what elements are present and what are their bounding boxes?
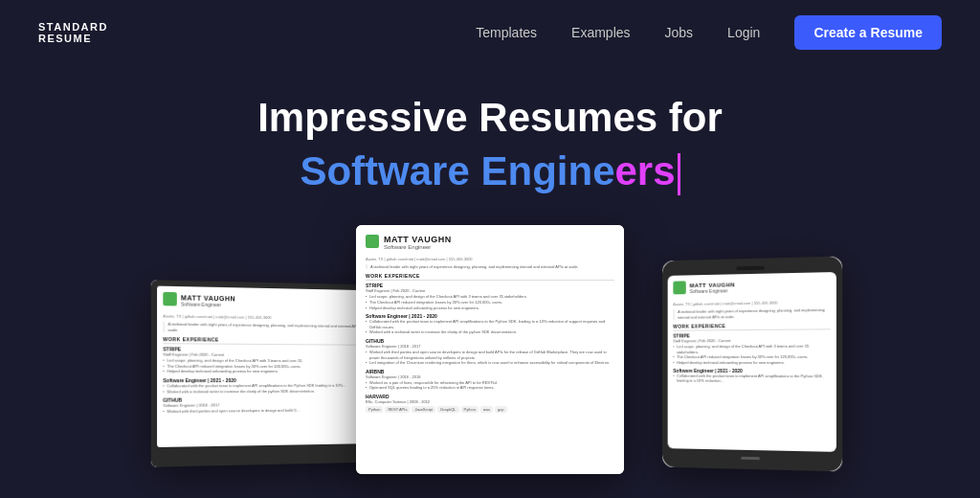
nav-templates[interactable]: Templates — [476, 25, 537, 40]
skill-6: aws — [480, 406, 493, 413]
logo-line1: STANDARD — [38, 21, 108, 33]
resume-accent-center — [366, 235, 379, 248]
bullet-g2: Led integration of the Chromium renderin… — [366, 360, 614, 366]
resume-name-center: MATT VAUGHN — [384, 235, 452, 244]
hero-section: Impressive Resumes for Software Engineer… — [0, 65, 980, 215]
laptop-screen: MATT VAUGHN Software Engineer Austin, TX… — [157, 285, 373, 446]
navbar: STANDARD RESUME Templates Examples Jobs … — [0, 0, 980, 65]
phone-screen: MATT VAUGHN Software Engineer Austin, TX… — [668, 272, 836, 452]
bullet-6-left: Worked with third parties and open sourc… — [163, 407, 368, 415]
resume-summary-phone: A technical leader with eight years of e… — [673, 307, 830, 320]
degree-harvard-center: BSc, Computer Science | 2008 - 2012 — [366, 399, 614, 404]
hero-subtitle-blue: Software Engine — [300, 148, 614, 193]
bullet-p3: Helped develop technical onboarding proc… — [673, 360, 830, 366]
work-exp-phone: WORK EXPERIENCE — [673, 322, 830, 330]
position-github-center: Software Engineer | 2018 - 2017 — [366, 344, 614, 349]
bullet-5-left: Worked with a technical writer to increa… — [163, 388, 368, 395]
mockup-center: MATT VAUGHN Software Engineer Austin, TX… — [356, 225, 624, 474]
mockups-section: MATT VAUGHN Software Engineer Austin, TX… — [0, 215, 980, 484]
hero-subtitle: Software Engineers — [38, 147, 942, 195]
phone-notch — [736, 265, 765, 270]
resume-title-center: Software Engineer — [384, 244, 452, 250]
work-exp-center: WORK EXPERIENCE — [366, 273, 614, 281]
skill-7: gcp — [495, 406, 506, 413]
work-exp-label-left: WORK EXPERIENCE — [163, 336, 368, 346]
bullet-sw2: Worked with a technical writer to increa… — [366, 329, 614, 335]
resume-contact-phone: Austin, TX | github.com/matt | matt@emai… — [673, 299, 830, 306]
nav-examples[interactable]: Examples — [571, 25, 630, 40]
nav-login[interactable]: Login — [727, 25, 760, 40]
resume-summary-center: A technical leader with eight years of e… — [366, 264, 614, 270]
nav-links: Templates Examples Jobs Login Create a R… — [476, 15, 942, 50]
nav-jobs[interactable]: Jobs — [665, 25, 694, 40]
resume-contact-left: Austin, TX | github.com/matt | matt@emai… — [163, 313, 368, 321]
position-stripe-left: Staff Engineer | Feb 2020 - Current — [163, 351, 368, 357]
laptop-frame: MATT VAUGHN Software Engineer Austin, TX… — [151, 280, 379, 466]
resume-accent-phone — [673, 281, 685, 294]
phone-frame: MATT VAUGHN Software Engineer Austin, TX… — [662, 256, 842, 471]
skills-center: Python REST APIs JavaScript GraphQL Pyth… — [366, 406, 614, 413]
skill-3: JavaScript — [412, 406, 435, 413]
skill-1: Python — [366, 406, 383, 413]
logo: STANDARD RESUME — [38, 21, 108, 44]
resume-accent-left — [163, 292, 177, 306]
hero-subtitle-pink: ers — [615, 148, 676, 193]
bullet-sw1: Collaborated with the product team to im… — [366, 319, 614, 329]
bullet-p4: Collaborated with the product team to im… — [673, 373, 830, 384]
phone-bottom — [668, 452, 836, 464]
create-resume-button[interactable]: Create a Resume — [794, 15, 942, 50]
resume-contact-center: Austin, TX | github.com/matt | matt@emai… — [366, 257, 614, 261]
position-stripe-phone: Staff Engineer | Feb 2020 - Current — [673, 337, 830, 343]
resume-summary-left: A technical leader with eight years of e… — [163, 321, 368, 334]
mockup-phone: MATT VAUGHN Software Engineer Austin, TX… — [662, 256, 842, 471]
center-inner: MATT VAUGHN Software Engineer Austin, TX… — [356, 225, 624, 474]
mockup-laptop: MATT VAUGHN Software Engineer Austin, TX… — [151, 280, 379, 466]
position-stripe-center: Staff Engineer | Feb 2020 - Current — [366, 288, 614, 293]
skill-5: Python — [461, 406, 479, 413]
skill-4: GraphQL — [437, 406, 458, 413]
phone-home-indicator — [741, 456, 760, 459]
bullet-s3: Helped develop technical onboarding proc… — [366, 306, 614, 311]
resume-name-left: MATT VAUGHN — [181, 294, 235, 302]
bullet-p1: Led scope, planning, and design of the C… — [673, 344, 830, 355]
bullet-a2: Optimized SQL queries leading to a 25% r… — [366, 385, 614, 391]
logo-line2: RESUME — [38, 33, 108, 44]
position-airbnb-center: Software Engineer | 2016 - 2018 — [366, 374, 614, 379]
skill-2: REST APIs — [385, 406, 410, 413]
hero-title: Impressive Resumes for — [38, 94, 942, 142]
resume-title-phone: Software Engineer — [690, 287, 736, 294]
bullet-g1: Worked with third parties and open sourc… — [366, 350, 614, 360]
bullet-3-left: Helped develop technical onboarding proc… — [163, 369, 368, 374]
cursor-blink — [678, 153, 680, 195]
